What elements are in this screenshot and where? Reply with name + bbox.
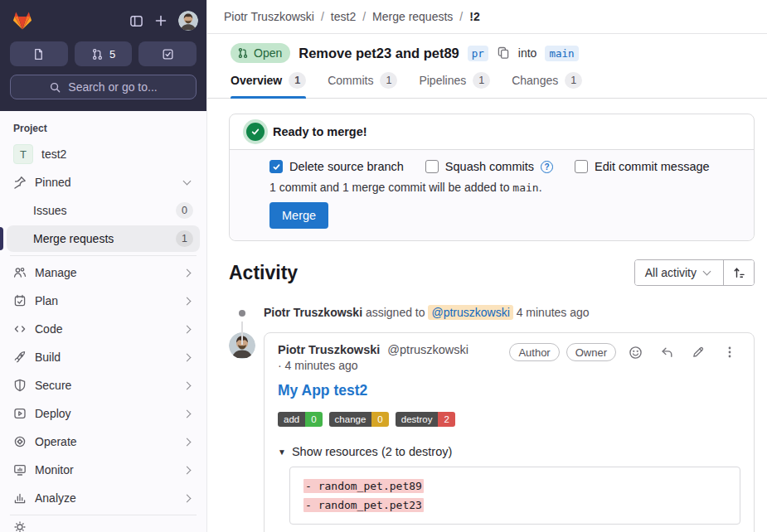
breadcrumb-merge-requests[interactable]: Merge requests	[372, 10, 453, 23]
badge-label: destroy	[396, 412, 439, 427]
tab-count-badge: 1	[473, 72, 490, 89]
squash-commits-checkbox[interactable]	[425, 160, 439, 173]
merge-button[interactable]: Merge	[269, 202, 328, 229]
search-button[interactable]: Search or go to...	[10, 75, 197, 99]
app-root: 5 Search or go to... Project T test2 Pin…	[0, 0, 767, 532]
edit-commit-message-option[interactable]: Edit commit message	[575, 160, 710, 173]
sort-direction-button[interactable]	[724, 260, 754, 285]
squash-help-icon[interactable]: ?	[541, 161, 553, 173]
add-reaction-button[interactable]	[623, 343, 648, 361]
reply-button[interactable]	[654, 343, 679, 361]
chevron-right-icon	[183, 268, 192, 277]
sidebar-item-plan[interactable]: Plan	[7, 288, 200, 314]
delete-source-branch-option[interactable]: Delete source branch	[269, 160, 404, 173]
timeline-dot	[239, 310, 245, 317]
sidebar-header: 5 Search or go to...	[0, 0, 206, 111]
sidebar-item-pinned[interactable]: Pinned	[7, 169, 200, 196]
merge-summary-branch: main	[512, 181, 538, 194]
issues-shortcut-button[interactable]	[10, 41, 68, 66]
squash-commits-option[interactable]: Squash commits ?	[425, 160, 553, 173]
tab-pipelines[interactable]: Pipelines 1	[419, 72, 490, 98]
todo-shortcut-button[interactable]	[138, 41, 197, 66]
sidebar-item-analyze[interactable]: Analyze	[7, 485, 200, 511]
monitor-label: Monitor	[35, 463, 176, 476]
sort-ascending-icon	[732, 266, 745, 279]
edit-comment-button[interactable]	[686, 343, 711, 361]
tab-overview[interactable]: Overview 1	[231, 72, 306, 98]
breadcrumb-user[interactable]: Piotr Truszkowski	[224, 10, 314, 23]
note-timestamp[interactable]: · 4 minutes ago	[278, 359, 468, 372]
activity-filter-dropdown[interactable]: All activity	[635, 260, 723, 285]
deploy-label: Deploy	[35, 407, 176, 420]
activity-filter-label: All activity	[645, 266, 697, 279]
edit-commit-message-checkbox[interactable]	[575, 160, 588, 173]
sidebar-menu: Project T test2 Pinned Issues 0 Merge re…	[0, 111, 206, 532]
merge-summary: 1 commit and 1 merge commit will be adde…	[269, 181, 740, 194]
chevron-right-icon	[183, 466, 192, 474]
sidebar-item-code[interactable]: Code	[7, 316, 200, 342]
breadcrumb-project[interactable]: test2	[331, 10, 356, 23]
show-resources-label: Show resources (2 to destroy)	[292, 445, 452, 458]
shield-icon	[13, 379, 27, 392]
sidebar-item-issues[interactable]: Issues 0	[7, 197, 200, 224]
kebab-menu-icon	[723, 346, 736, 359]
gear-icon	[13, 520, 27, 532]
merge-requests-shortcut-button[interactable]: 5	[75, 41, 133, 66]
sidebar-toggle-button[interactable]	[124, 8, 148, 33]
deploy-icon	[13, 407, 27, 420]
tab-count-badge: 1	[289, 72, 306, 89]
code-line: - random_pet.pet23	[303, 496, 726, 515]
sidebar-item-secure[interactable]: Secure	[7, 372, 200, 399]
badge-label: add	[278, 412, 305, 427]
copy-branch-icon[interactable]	[497, 46, 510, 60]
sidebar-toggle-icon	[129, 14, 143, 28]
merge-summary-suffix: .	[539, 181, 542, 194]
tab-label: Pipelines	[419, 74, 466, 87]
chevron-down-icon	[703, 268, 711, 276]
issues-count-badge: 0	[176, 202, 193, 219]
note-author-username[interactable]: @ptruszkowski	[387, 343, 468, 356]
analyze-label: Analyze	[35, 491, 176, 505]
source-branch-badge[interactable]: pr	[468, 46, 488, 61]
chevron-right-icon	[183, 438, 192, 446]
note-app-title-link[interactable]: My App test2	[278, 382, 740, 399]
mention-link[interactable]: @ptruszkowski	[428, 305, 512, 320]
project-name: test2	[41, 148, 193, 161]
sidebar-item-monitor[interactable]: Monitor	[7, 457, 200, 483]
owner-badge: Owner	[566, 343, 616, 361]
plus-icon	[154, 14, 167, 27]
activity-heading: Activity	[229, 262, 298, 284]
tab-label: Changes	[512, 74, 558, 87]
search-placeholder: Search or go to...	[68, 80, 157, 94]
mr-title: Remove pet23 and pet89	[299, 46, 459, 61]
code-line: - random_pet.pet89	[303, 476, 726, 496]
timeline-line	[241, 322, 243, 345]
plan-label: Plan	[35, 294, 176, 307]
tab-changes[interactable]: Changes 1	[512, 72, 582, 98]
tab-commits[interactable]: Commits 1	[328, 72, 397, 98]
gitlab-logo-icon[interactable]	[12, 11, 33, 31]
create-new-button[interactable]	[148, 8, 173, 33]
target-branch-badge[interactable]: main	[545, 46, 578, 61]
badge-value: 0	[305, 412, 322, 427]
deleted-resource: - random_pet.pet23	[303, 498, 424, 512]
sidebar-item-merge-requests[interactable]: Merge requests 1	[7, 225, 200, 252]
show-resources-toggle[interactable]: ▼ Show resources (2 to destroy)	[278, 445, 740, 458]
sidebar-item-operate[interactable]: Operate	[7, 428, 200, 455]
more-actions-button[interactable]	[717, 343, 742, 361]
smiley-icon	[629, 346, 643, 360]
build-label: Build	[35, 351, 176, 364]
note-author-name[interactable]: Piotr Truszkowski	[278, 343, 380, 356]
sidebar-item-deploy[interactable]: Deploy	[7, 400, 200, 427]
main-area: Piotr Truszkowski / test2 / Merge reques…	[207, 0, 767, 532]
user-avatar[interactable]	[178, 11, 198, 31]
mr-count: 5	[109, 48, 115, 60]
sidebar-item-partial[interactable]	[7, 520, 200, 532]
sidebar-item-project-test2[interactable]: T test2	[7, 141, 200, 167]
badge-value: 2	[438, 412, 454, 427]
sidebar-item-manage[interactable]: Manage	[7, 259, 200, 286]
rocket-icon	[13, 351, 27, 364]
delete-source-branch-checkbox[interactable]	[269, 160, 283, 173]
system-note-time: 4 minutes ago	[513, 306, 590, 319]
sidebar-item-build[interactable]: Build	[7, 344, 200, 370]
